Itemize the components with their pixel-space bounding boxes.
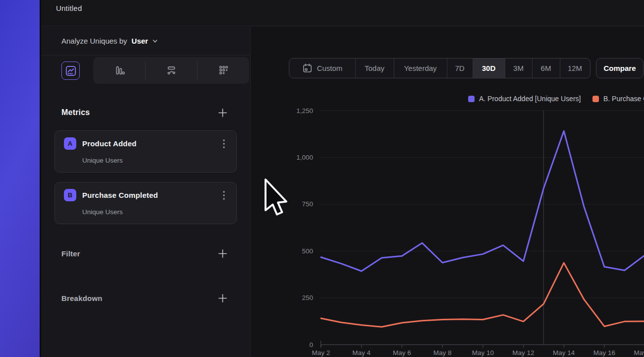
range-label: 7D [455, 64, 464, 72]
range-label: Custom [317, 64, 343, 72]
metric-badge-b: B [64, 189, 76, 201]
tab-bar-chart[interactable] [93, 57, 145, 84]
metric-name: Purchase Completed [82, 191, 158, 199]
legend-swatch [592, 96, 599, 102]
filter-section-header: Filter [61, 246, 227, 260]
svg-text:May 14: May 14 [553, 349, 575, 357]
analyze-by-label: Analyze Uniques by [61, 37, 127, 45]
analytics-app: Untitled Analyze Uniques by User [0, 0, 644, 357]
svg-text:250: 250 [302, 294, 313, 301]
add-breakdown-button[interactable] [217, 293, 227, 303]
range-yesterday[interactable]: Yesterday [394, 59, 447, 78]
legend-item[interactable]: B. Purchase Completed [Unique Users] [592, 95, 644, 103]
kebab-menu-icon[interactable] [219, 190, 228, 200]
metric-card-a[interactable]: A Product Added Unique Users [54, 130, 237, 173]
svg-text:May 6: May 6 [393, 349, 411, 357]
legend-label: B. Purchase Completed [Unique Users] [603, 95, 644, 103]
range-label: 12M [568, 64, 582, 72]
add-filter-button[interactable] [217, 248, 227, 258]
range-label: Yesterday [404, 64, 436, 72]
range-12m[interactable]: 12M [560, 59, 590, 78]
breakdown-title: Breakdown [61, 294, 103, 302]
topbar: Untitled [41, 0, 644, 26]
chart-legend: A. Product Added [Unique Users]B. Purcha… [0, 95, 644, 103]
range-6m[interactable]: 6M [532, 59, 560, 78]
sidebar: Analyze Uniques by User [41, 27, 251, 357]
filter-title: Filter [61, 249, 80, 258]
metric-name: Product Added [82, 139, 137, 148]
svg-text:1,250: 1,250 [296, 107, 313, 115]
flow-icon [165, 64, 177, 76]
svg-text:May 16: May 16 [593, 349, 615, 357]
range-custom[interactable]: Custom [289, 59, 355, 78]
metrics-section-header: Metrics [61, 105, 227, 120]
metric-measure: Unique Users [82, 208, 123, 216]
svg-text:May 8: May 8 [433, 349, 452, 357]
chart-type-tabs [41, 57, 251, 84]
range-30d[interactable]: 30D [473, 59, 505, 78]
range-7d[interactable]: 7D [447, 59, 473, 78]
legend-label: A. Product Added [Unique Users] [479, 95, 581, 103]
svg-text:0: 0 [309, 341, 313, 349]
legend-swatch [468, 96, 475, 102]
chart-type-tab-group [93, 57, 249, 84]
tab-grid[interactable] [197, 57, 249, 84]
compare-button[interactable]: Compare [596, 58, 644, 78]
svg-text:May 10: May 10 [472, 349, 494, 357]
legend-item[interactable]: A. Product Added [Unique Users] [468, 95, 581, 103]
range-label: 6M [541, 64, 551, 72]
calendar-icon [302, 63, 313, 73]
chevron-down-icon[interactable] [152, 38, 159, 45]
range-label: 3M [513, 64, 524, 72]
breakdown-section-header: Breakdown [61, 291, 227, 305]
date-range-selector: CustomTodayYesterday7D30D3M6M12M [289, 58, 590, 78]
analyze-by-value[interactable]: User [132, 37, 148, 45]
range-3m[interactable]: 3M [505, 59, 532, 78]
svg-text:1,000: 1,000 [296, 154, 313, 161]
mouse-cursor [264, 178, 291, 219]
analyze-by-header: Analyze Uniques by User [41, 27, 250, 56]
svg-text:500: 500 [302, 247, 313, 255]
document-title[interactable]: Untitled [56, 4, 82, 12]
metric-badge-a: A [64, 137, 76, 150]
svg-text:May 12: May 12 [512, 349, 534, 357]
metrics-title: Metrics [61, 108, 90, 117]
range-label: Today [365, 64, 384, 72]
line-chart-icon [65, 65, 77, 77]
add-metric-button[interactable] [217, 108, 227, 118]
svg-text:May 2: May 2 [312, 349, 330, 357]
kebab-menu-icon[interactable] [219, 139, 228, 149]
range-today[interactable]: Today [355, 59, 394, 78]
metric-card-b[interactable]: B Purchase Completed Unique Users [54, 182, 237, 224]
tab-flow[interactable] [145, 57, 197, 84]
range-label: 30D [482, 64, 496, 72]
svg-text:May 4: May 4 [352, 349, 371, 357]
svg-text:May 18: May 18 [634, 349, 644, 357]
grid-dots-icon [217, 64, 229, 76]
tab-line-chart[interactable] [61, 61, 80, 80]
metric-measure: Unique Users [82, 157, 123, 164]
svg-text:750: 750 [302, 200, 313, 208]
left-accent-strip [0, 0, 40, 357]
bar-chart-icon [113, 64, 125, 76]
